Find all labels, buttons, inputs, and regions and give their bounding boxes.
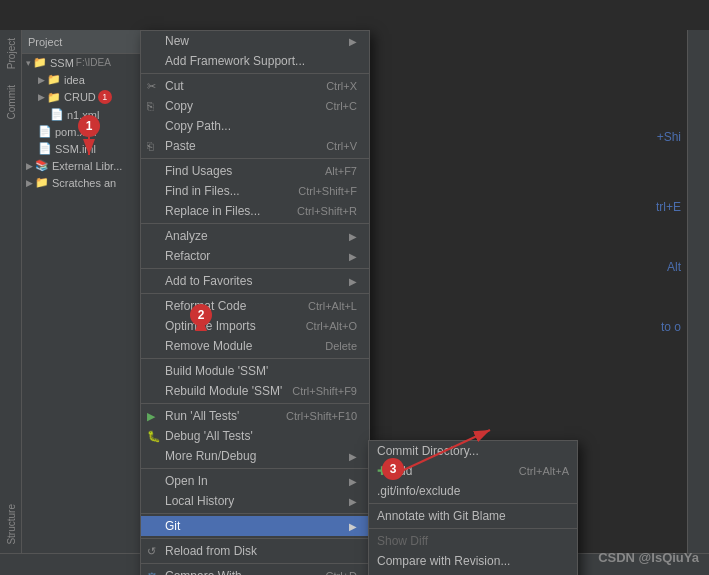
git-compare-revision-label: Compare with Revision... xyxy=(377,554,510,568)
tree-item-ssmiml[interactable]: 📄 SSM.iml xyxy=(22,140,151,157)
sidebar-tab-structure[interactable]: Structure xyxy=(0,496,21,553)
menu-item-open-in[interactable]: Open In ▶ xyxy=(141,471,369,491)
separator-6 xyxy=(141,358,369,359)
menu-item-replace-files[interactable]: Replace in Files... Ctrl+Shift+R xyxy=(141,201,369,221)
reformat-shortcut: Ctrl+Alt+L xyxy=(308,300,357,312)
tree-label-crud: CRUD xyxy=(64,91,96,103)
project-panel-header: Project ▾ xyxy=(22,30,151,54)
separator-7 xyxy=(141,403,369,404)
reload-label: Reload from Disk xyxy=(165,544,257,558)
annotation-2: 2 xyxy=(190,304,212,326)
menu-item-add-favorites[interactable]: Add to Favorites ▶ xyxy=(141,271,369,291)
compare-shortcut: Ctrl+D xyxy=(326,570,357,575)
menu-item-refactor[interactable]: Refactor ▶ xyxy=(141,246,369,266)
menu-item-analyze[interactable]: Analyze ▶ xyxy=(141,226,369,246)
remove-module-shortcut: Delete xyxy=(325,340,357,352)
git-sep-1 xyxy=(369,503,577,504)
tree-label-ssmiml: SSM.iml xyxy=(55,143,96,155)
tree-item-external[interactable]: ▶ 📚 External Libr... xyxy=(22,157,151,174)
menu-item-optimize[interactable]: Optimize Imports Ctrl+Alt+O xyxy=(141,316,369,336)
menu-item-cut[interactable]: ✂ Cut Ctrl+X xyxy=(141,76,369,96)
collapse-arrow-idea: ▶ xyxy=(38,75,45,85)
separator-1 xyxy=(141,73,369,74)
menu-item-more-run[interactable]: More Run/Debug ▶ xyxy=(141,446,369,466)
xml-icon: 📄 xyxy=(50,108,64,121)
git-arrow: ▶ xyxy=(349,521,357,532)
local-history-arrow: ▶ xyxy=(349,496,357,507)
git-gitinfo[interactable]: .git/info/exclude xyxy=(369,481,577,501)
left-sidebar: Project Commit Structure xyxy=(0,30,22,553)
menu-item-build[interactable]: Build Module 'SSM' xyxy=(141,361,369,381)
tree-label-scratches: Scratches an xyxy=(52,177,116,189)
annotation-1: 1 xyxy=(78,115,100,137)
git-show-diff: Show Diff xyxy=(369,531,577,551)
cut-label: Cut xyxy=(165,79,184,93)
folder-icon: 📁 xyxy=(33,56,47,69)
tree-item-scratches[interactable]: ▶ 📁 Scratches an xyxy=(22,174,151,191)
open-in-arrow: ▶ xyxy=(349,476,357,487)
more-run-label: More Run/Debug xyxy=(165,449,256,463)
tree-label-ssm: SSM xyxy=(50,57,74,69)
copy-label: Copy xyxy=(165,99,193,113)
compare-label: Compare With... xyxy=(165,569,252,575)
copy-path-label: Copy Path... xyxy=(165,119,231,133)
sidebar-tab-project[interactable]: Project xyxy=(0,30,21,77)
debug-icon: 🐛 xyxy=(147,430,161,443)
menu-item-compare[interactable]: ⚖ Compare With... Ctrl+D xyxy=(141,566,369,575)
menu-item-reformat[interactable]: Reformat Code Ctrl+Alt+L xyxy=(141,296,369,316)
add-favorites-label: Add to Favorites xyxy=(165,274,252,288)
menu-item-remove-module[interactable]: Remove Module Delete xyxy=(141,336,369,356)
local-history-label: Local History xyxy=(165,494,234,508)
menu-item-reload[interactable]: ↺ Reload from Disk xyxy=(141,541,369,561)
menu-item-copy[interactable]: ⎘ Copy Ctrl+C xyxy=(141,96,369,116)
separator-4 xyxy=(141,268,369,269)
project-panel: Project ▾ ▾ 📁 SSM F:\IDEA ▶ 📁 idea ▶ 📁 C… xyxy=(22,30,152,575)
paste-label: Paste xyxy=(165,139,196,153)
crud-badge: 1 xyxy=(98,90,112,104)
tree-label-idea: idea xyxy=(64,74,85,86)
pomxml-icon: 📄 xyxy=(38,125,52,138)
collapse-arrow-external: ▶ xyxy=(26,161,33,171)
run-tests-shortcut: Ctrl+Shift+F10 xyxy=(286,410,357,422)
remove-module-label: Remove Module xyxy=(165,339,252,353)
tree-item-ssm[interactable]: ▾ 📁 SSM F:\IDEA xyxy=(22,54,151,71)
menu-item-paste[interactable]: ⎗ Paste Ctrl+V xyxy=(141,136,369,156)
menu-item-find-usages[interactable]: Find Usages Alt+F7 xyxy=(141,161,369,181)
git-add-shortcut: Ctrl+Alt+A xyxy=(519,465,569,477)
find-files-label: Find in Files... xyxy=(165,184,240,198)
git-commit-dir[interactable]: Commit Directory... xyxy=(369,441,577,461)
git-compare-revision[interactable]: Compare with Revision... xyxy=(369,551,577,571)
tree-item-crud[interactable]: ▶ 📁 CRUD 1 xyxy=(22,88,151,106)
menu-item-run-tests[interactable]: ▶ Run 'All Tests' Ctrl+Shift+F10 xyxy=(141,406,369,426)
tree-path: F:\IDEA xyxy=(76,57,111,68)
paste-icon: ⎗ xyxy=(147,140,154,152)
collapse-arrow: ▾ xyxy=(26,58,31,68)
partial-text-2: trl+E xyxy=(656,200,681,214)
copy-shortcut: Ctrl+C xyxy=(326,100,357,112)
menu-item-add-framework[interactable]: Add Framework Support... xyxy=(141,51,369,71)
sidebar-tab-commit[interactable]: Commit xyxy=(0,77,21,127)
git-compare-branch[interactable]: Compare with Branch... xyxy=(369,571,577,575)
idea-folder-icon: 📁 xyxy=(47,73,61,86)
run-icon: ▶ xyxy=(147,410,155,423)
git-annotate[interactable]: Annotate with Git Blame xyxy=(369,506,577,526)
menu-item-copy-path[interactable]: Copy Path... xyxy=(141,116,369,136)
rebuild-shortcut: Ctrl+Shift+F9 xyxy=(292,385,357,397)
menu-item-find-files[interactable]: Find in Files... Ctrl+Shift+F xyxy=(141,181,369,201)
find-usages-label: Find Usages xyxy=(165,164,232,178)
debug-tests-label: Debug 'All Tests' xyxy=(165,429,253,443)
right-sidebar xyxy=(687,30,709,553)
menu-item-git[interactable]: Git ▶ xyxy=(141,516,369,536)
annotation-3: 3 xyxy=(382,458,404,480)
menu-item-new[interactable]: New ▶ xyxy=(141,31,369,51)
separator-9 xyxy=(141,513,369,514)
menu-item-local-history[interactable]: Local History ▶ xyxy=(141,491,369,511)
new-submenu-arrow: ▶ xyxy=(349,36,357,47)
git-show-diff-label: Show Diff xyxy=(377,534,428,548)
menu-item-debug-tests[interactable]: 🐛 Debug 'All Tests' xyxy=(141,426,369,446)
menu-item-rebuild[interactable]: Rebuild Module 'SSM' Ctrl+Shift+F9 xyxy=(141,381,369,401)
tree-item-idea[interactable]: ▶ 📁 idea xyxy=(22,71,151,88)
git-annotate-label: Annotate with Git Blame xyxy=(377,509,506,523)
compare-icon: ⚖ xyxy=(147,570,157,576)
iml-icon: 📄 xyxy=(38,142,52,155)
